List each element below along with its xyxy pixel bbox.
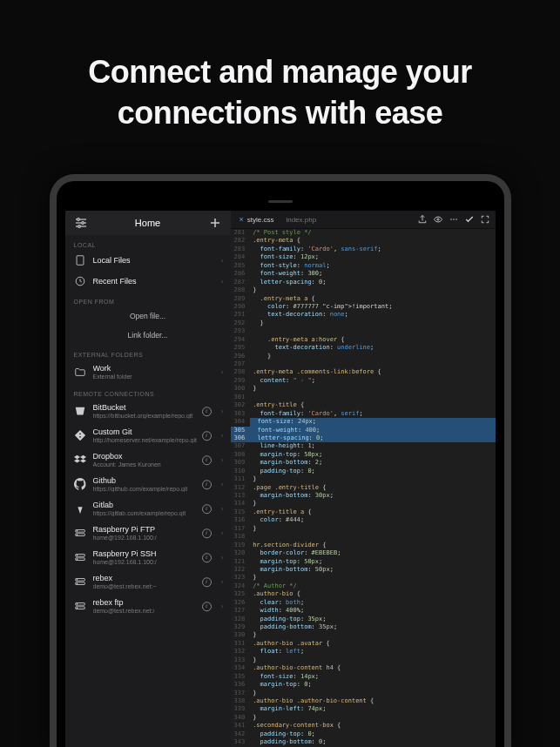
local-files-label: Local Files: [93, 256, 131, 265]
sidebar-item-work[interactable]: Work External folder ›: [65, 360, 231, 384]
sidebar-item-recent-files[interactable]: Recent Files ›: [65, 271, 231, 292]
connection-title: Github: [93, 476, 188, 485]
sidebar-title: Home: [135, 218, 160, 228]
connection-sub: home@192.168.1.100:/: [93, 535, 157, 541]
remote-item-custom-git[interactable]: Custom Githttp://homeserver.net/example/…: [65, 423, 231, 448]
code-content[interactable]: /* Post style */.entry-meta { font-famil…: [250, 229, 495, 747]
connection-sub: https://github.com/example/repo.git: [93, 486, 188, 492]
svg-point-17: [77, 559, 78, 560]
connection-sub: https://bitbucket.org/example/repo.git: [93, 413, 193, 419]
connection-icon: [74, 405, 86, 417]
link-folder-link[interactable]: Link folder...: [65, 326, 231, 345]
hero-line2: connections with ease: [35, 93, 525, 134]
connection-icon: [74, 527, 86, 539]
svg-point-28: [453, 219, 455, 220]
connection-title: Gitlab: [93, 501, 186, 509]
info-icon[interactable]: i: [202, 454, 212, 465]
svg-point-26: [436, 219, 438, 220]
chevron-right-icon: ›: [221, 481, 224, 488]
close-tab-icon[interactable]: ×: [240, 215, 244, 224]
connection-title: Raspberry Pi SSH: [93, 549, 157, 558]
remote-item-rebex[interactable]: rebexdemo@test.rebex.net:~i›: [65, 569, 231, 594]
clock-icon: [74, 275, 86, 287]
info-icon[interactable]: i: [202, 601, 212, 611]
svg-point-24: [77, 603, 78, 604]
editor-pane: ×style.css index.php 2812822832842852862…: [231, 211, 496, 747]
info-icon[interactable]: i: [202, 528, 212, 538]
connection-title: Dropbox: [93, 452, 161, 461]
connection-title: Custom Git: [93, 427, 197, 436]
chevron-right-icon: ›: [221, 578, 224, 586]
svg-point-16: [77, 555, 78, 555]
chevron-right-icon: ›: [221, 505, 224, 513]
settings-icon[interactable]: [74, 216, 88, 230]
preview-icon[interactable]: [433, 214, 443, 225]
info-icon[interactable]: i: [202, 503, 212, 514]
connection-title: rebex ftp: [93, 598, 155, 607]
chevron-right-icon: ›: [221, 257, 224, 265]
code-area[interactable]: 2812822832842852862872882892902912922932…: [231, 229, 496, 747]
remote-item-github[interactable]: Githubhttps://github.com/example/repo.gi…: [65, 472, 231, 496]
connection-icon: [74, 502, 86, 515]
svg-point-4: [81, 222, 84, 225]
tab-label: style.css: [247, 216, 274, 224]
svg-rect-8: [77, 256, 84, 266]
svg-point-29: [455, 219, 457, 220]
share-icon[interactable]: [417, 214, 428, 225]
connection-icon: [74, 551, 86, 563]
remote-item-raspberry-pi-ftp[interactable]: Raspberry Pi FTPhome@192.168.1.100:/i›: [65, 521, 231, 545]
section-external-label: EXTERNAL FOLDERS: [65, 345, 231, 360]
chevron-right-icon: ›: [221, 368, 224, 376]
connection-icon: [74, 454, 86, 466]
svg-point-3: [77, 219, 79, 221]
svg-point-13: [77, 535, 78, 535]
info-icon[interactable]: i: [202, 430, 212, 441]
svg-point-12: [77, 530, 78, 531]
open-file-link[interactable]: Open file...: [65, 306, 231, 326]
chevron-right-icon: ›: [221, 407, 224, 415]
connection-title: BitBucket: [93, 403, 193, 412]
connection-icon: [74, 478, 86, 490]
info-icon[interactable]: i: [202, 406, 212, 416]
device-speaker: [65, 195, 496, 207]
connection-title: rebex: [93, 574, 157, 582]
expand-icon[interactable]: [480, 214, 490, 225]
remote-item-gitlab[interactable]: Gitlabhttps://gitlab.com/example/repo.gi…: [65, 496, 231, 521]
connection-sub: https://gitlab.com/example/repo.git: [93, 510, 186, 516]
check-icon[interactable]: [464, 214, 475, 225]
connection-sub: demo@test.rebex.net:/: [93, 608, 155, 614]
folder-icon: [74, 366, 86, 378]
svg-point-5: [78, 225, 80, 228]
chevron-right-icon: ›: [221, 456, 224, 464]
remote-item-bitbucket[interactable]: BitBuckethttps://bitbucket.org/example/r…: [65, 399, 231, 423]
svg-point-27: [450, 219, 452, 220]
tab-label: index.php: [286, 216, 316, 224]
hero-line1: Connect and manage your: [35, 52, 525, 93]
tablet-frame: Home LOCAL Local Files › Recent Files › …: [50, 174, 511, 747]
chevron-right-icon: ›: [221, 529, 224, 537]
connection-icon: [74, 429, 86, 441]
file-icon: [74, 254, 86, 266]
add-icon[interactable]: [208, 216, 222, 230]
chevron-right-icon: ›: [221, 602, 224, 610]
connection-icon: [74, 600, 86, 612]
info-icon[interactable]: i: [202, 552, 212, 562]
remote-item-rebex-ftp[interactable]: rebex ftpdemo@test.rebex.net:/i›: [65, 594, 231, 618]
chevron-right-icon: ›: [221, 278, 224, 286]
connection-sub: home@192.168.1.100:/: [93, 559, 157, 565]
remote-item-raspberry-pi-ssh[interactable]: Raspberry Pi SSHhome@192.168.1.100:/i›: [65, 545, 231, 569]
sidebar-header: Home: [65, 211, 231, 235]
tab-index-php[interactable]: index.php: [282, 214, 320, 225]
hero-headline: Connect and manage your connections with…: [0, 0, 560, 169]
info-icon[interactable]: i: [202, 479, 212, 489]
remote-item-dropbox[interactable]: DropboxAccount: James Kuroneni›: [65, 448, 231, 472]
section-openfrom-label: OPEN FROM: [65, 292, 231, 306]
info-icon[interactable]: i: [202, 576, 212, 587]
tab-style-css[interactable]: ×style.css: [236, 213, 278, 225]
connection-icon: [74, 575, 86, 588]
dots-icon[interactable]: [449, 214, 459, 225]
connection-sub: http://homeserver.net/example/repo.git: [93, 437, 197, 443]
connection-sub: Account: James Kuronen: [93, 461, 161, 468]
sidebar-item-local-files[interactable]: Local Files ›: [65, 250, 231, 271]
work-folder-sub: External folder: [93, 374, 132, 380]
